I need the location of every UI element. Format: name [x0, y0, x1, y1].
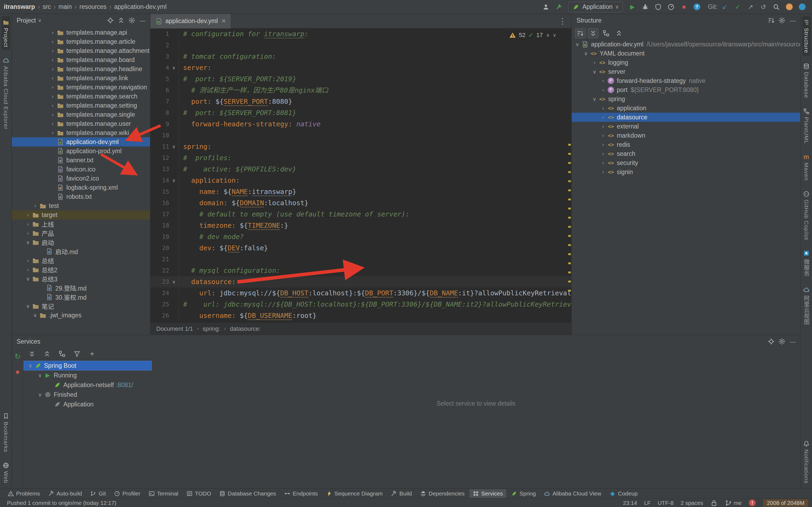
warning-stripe-mark[interactable] [568, 171, 571, 173]
warning-stripe-mark[interactable] [568, 226, 571, 228]
project-item-笔记[interactable]: ∨笔记 [12, 301, 150, 311]
warning-stripe-mark[interactable] [568, 153, 571, 155]
code-line-18[interactable]: 18 timezone: ${TIMEZONE:} [150, 220, 571, 231]
tool-stripe-阿里云视图[interactable]: 阿里云视图 [802, 284, 811, 328]
service-url[interactable]: :8081/ [116, 382, 133, 389]
project-item-robots-txt[interactable]: robots.txt [12, 192, 150, 201]
chevron-down-icon[interactable]: ∨ [24, 276, 32, 282]
structure-node-signin[interactable]: ›<>signin [572, 167, 800, 176]
code-line-19[interactable]: 19 # dev mode? [150, 231, 571, 242]
project-item-启动[interactable]: ∨启动 [12, 238, 150, 247]
chevron-right-icon[interactable]: › [599, 151, 607, 157]
vcs-rollback-button[interactable]: ↺ [757, 2, 770, 12]
structure-node-logging[interactable]: ›<>logging [572, 58, 800, 67]
warning-stripe-mark[interactable] [568, 144, 571, 146]
code-line-24[interactable]: 24 url: jdbc:mysql://${DB_HOST:localhost… [150, 288, 571, 299]
project-item-启动-md[interactable]: 启动.md [12, 247, 150, 256]
project-item-29-登陆-md[interactable]: 29.登陆.md [12, 283, 150, 292]
tool-window-button-terminal[interactable]: Terminal [145, 489, 182, 498]
vcs-update-button[interactable]: ↙ [719, 2, 731, 12]
fold-marker-icon[interactable]: ∨ [169, 276, 179, 288]
chevron-right-icon[interactable]: › [599, 105, 607, 111]
chevron-right-icon[interactable]: › [599, 132, 607, 138]
project-item-templates-manage-board[interactable]: ›templates.manage.board [12, 55, 150, 64]
project-item-logback-spring-xml[interactable]: logback-spring.xml [12, 183, 150, 192]
chevron-right-icon[interactable]: › [599, 123, 607, 129]
chevron-right-icon[interactable]: › [599, 87, 607, 93]
indent-widget[interactable]: 2 spaces [681, 500, 703, 506]
chevron-down-icon[interactable]: ∨ [26, 363, 34, 369]
structure-node-search[interactable]: ›<>search [572, 149, 800, 158]
structure-node-yaml-document[interactable]: ∨<>YAML document [572, 49, 800, 58]
project-item-30-鉴权-md[interactable]: 30.鉴权.md [12, 292, 150, 301]
chevron-right-icon[interactable]: › [599, 78, 607, 84]
event-log-error-icon[interactable]: ! [749, 499, 756, 507]
sort-alphabetically-button[interactable] [575, 28, 586, 38]
code-line-2[interactable]: 2 [150, 40, 571, 51]
group-services-button[interactable] [56, 348, 68, 359]
code-line-5[interactable]: 5# port: ${SERVER_PORT:2019} [150, 73, 571, 85]
notification-badge-button[interactable] [796, 2, 808, 12]
warning-stripe-mark[interactable] [568, 281, 571, 282]
project-item-总结[interactable]: ›总结 [12, 256, 150, 265]
memory-indicator[interactable]: 2008 of 2048M [763, 499, 808, 507]
chevron-right-icon[interactable]: › [599, 114, 607, 120]
vcs-commit-button[interactable]: ✓ [731, 2, 744, 12]
tool-window-button-auto-build[interactable]: Auto-build [45, 489, 85, 498]
build-tool-button[interactable] [553, 2, 565, 12]
project-item-templates-manage-attachment[interactable]: ›templates.manage.attachment [12, 46, 150, 55]
rerun-service-button[interactable]: ↻ [12, 351, 24, 362]
hide-project-button[interactable]: — [137, 15, 148, 25]
project-item-templates-manage-article[interactable]: ›templates.manage.article [12, 37, 150, 46]
run-configuration-select[interactable]: Application∨ [568, 2, 623, 12]
structure-node-server[interactable]: ∨<>server [572, 67, 800, 76]
expand-all-button[interactable] [26, 348, 38, 359]
warning-stripe-mark[interactable] [568, 208, 571, 210]
code-line-11[interactable]: 11∨spring: [150, 141, 571, 152]
collapse-all-button[interactable] [116, 15, 126, 25]
warning-stripe-mark[interactable] [568, 217, 571, 219]
editor-breadcrumb-spring[interactable]: spring: [202, 325, 220, 332]
project-item-产品[interactable]: ›产品 [12, 229, 150, 238]
tool-stripe-bookmarks[interactable]: Bookmarks [2, 410, 10, 455]
warning-stripe-mark[interactable] [568, 262, 571, 264]
project-item-templates-manage-setting[interactable]: ›templates.manage.setting [12, 101, 150, 110]
chevron-down-icon[interactable]: ∨ [582, 50, 590, 57]
tool-stripe-微服务[interactable]: 微服务 [802, 247, 811, 279]
tool-stripe-maven[interactable]: mMaven [802, 151, 811, 183]
tool-window-button-todo[interactable]: TODO [183, 489, 214, 498]
tool-window-button-profiler[interactable]: Profiler [111, 489, 144, 498]
structure-node-markdown[interactable]: ›<>markdown [572, 131, 800, 140]
prev-problem-icon[interactable]: ∧ [546, 32, 550, 38]
chevron-right-icon[interactable]: › [599, 160, 607, 166]
code-line-8[interactable]: 8# port: ${SERVER_PORT:8081} [150, 107, 571, 119]
structure-node-external[interactable]: ›<>external [572, 122, 800, 131]
locate-file-button[interactable] [105, 15, 116, 25]
chevron-down-icon[interactable]: ∨ [24, 303, 32, 309]
tool-window-button-alibaba-cloud-view[interactable]: Alibaba Cloud View [541, 489, 604, 498]
tool-stripe-github-copilot[interactable]: GitHub Copilot [802, 188, 811, 243]
chevron-right-icon[interactable]: › [31, 203, 39, 209]
chevron-right-icon[interactable]: › [49, 130, 57, 136]
warning-stripe-mark[interactable] [568, 290, 571, 292]
chevron-right-icon[interactable]: › [24, 258, 32, 264]
tool-stripe-database[interactable]: Database [802, 60, 811, 101]
tool-window-button-database-changes[interactable]: Database Changes [216, 489, 279, 498]
fold-marker-icon[interactable]: ∨ [169, 175, 179, 186]
warning-stripe-mark[interactable] [568, 162, 571, 164]
breadcrumb-item-src[interactable]: src [43, 3, 51, 10]
chevron-right-icon[interactable]: › [49, 39, 57, 45]
project-item-application-dev-yml[interactable]: application-dev.yml [12, 137, 150, 147]
warning-stripe-mark[interactable] [568, 235, 571, 237]
search-everywhere-button[interactable] [770, 2, 782, 12]
readonly-lock-icon[interactable] [710, 499, 718, 507]
hide-structure-button[interactable]: — [787, 15, 798, 25]
breadcrumb-item-resources[interactable]: resources [80, 3, 107, 10]
code-line-13[interactable]: 13# active: ${PROFILES:dev} [150, 164, 571, 175]
tool-stripe-plantuml[interactable]: PlantUML [802, 105, 811, 147]
warning-stripe-mark[interactable] [568, 244, 571, 246]
breadcrumb-item-application-dev-yml[interactable]: application-dev.yml [114, 3, 166, 10]
group-nodes-button[interactable] [601, 28, 611, 38]
tool-stripe-alibaba-cloud-explorer[interactable]: Alibaba Cloud Explorer [2, 54, 10, 132]
chevron-right-icon[interactable]: › [49, 48, 57, 54]
